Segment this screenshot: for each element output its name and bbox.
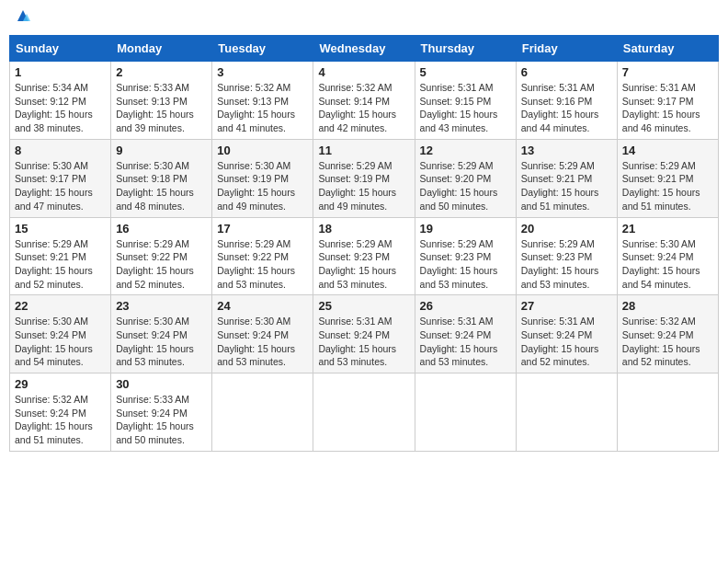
day-info: Sunrise: 5:29 AM Sunset: 9:21 PM Dayligh… [521, 159, 612, 213]
logo-icon [16, 8, 30, 23]
day-number: 29 [15, 377, 106, 391]
calendar-header-cell: Wednesday [313, 36, 415, 62]
day-number: 16 [116, 222, 207, 236]
day-info: Sunrise: 5:32 AM Sunset: 9:24 PM Dayligh… [622, 315, 713, 369]
header [9, 9, 719, 28]
day-info: Sunrise: 5:29 AM Sunset: 9:21 PM Dayligh… [622, 159, 713, 213]
calendar-day-cell: 9 Sunrise: 5:30 AM Sunset: 9:18 PM Dayli… [111, 139, 212, 217]
logo [13, 9, 30, 28]
day-info: Sunrise: 5:30 AM Sunset: 9:24 PM Dayligh… [116, 315, 207, 369]
day-info: Sunrise: 5:31 AM Sunset: 9:16 PM Dayligh… [521, 81, 612, 135]
day-info: Sunrise: 5:31 AM Sunset: 9:17 PM Dayligh… [622, 81, 713, 135]
day-info: Sunrise: 5:29 AM Sunset: 9:21 PM Dayligh… [15, 237, 106, 292]
calendar-day-cell: 8 Sunrise: 5:30 AM Sunset: 9:17 PM Dayli… [10, 139, 111, 217]
calendar-day-cell: 29 Sunrise: 5:32 AM Sunset: 9:24 PM Dayl… [10, 373, 111, 452]
calendar-day-cell [516, 373, 617, 452]
day-number: 28 [622, 299, 713, 313]
calendar-day-cell [617, 373, 718, 452]
calendar-day-cell: 10 Sunrise: 5:30 AM Sunset: 9:19 PM Dayl… [212, 139, 313, 217]
day-number: 12 [420, 144, 511, 157]
day-info: Sunrise: 5:30 AM Sunset: 9:17 PM Dayligh… [15, 159, 106, 213]
calendar-header-cell: Monday [111, 36, 212, 62]
calendar-day-cell: 6 Sunrise: 5:31 AM Sunset: 9:16 PM Dayli… [516, 62, 617, 140]
day-number: 3 [217, 65, 308, 79]
calendar-day-cell: 24 Sunrise: 5:30 AM Sunset: 9:24 PM Dayl… [212, 295, 313, 373]
day-info: Sunrise: 5:31 AM Sunset: 9:15 PM Dayligh… [420, 81, 511, 135]
day-info: Sunrise: 5:29 AM Sunset: 9:23 PM Dayligh… [420, 237, 511, 292]
day-number: 11 [318, 144, 409, 157]
calendar-day-cell: 3 Sunrise: 5:32 AM Sunset: 9:13 PM Dayli… [212, 62, 313, 140]
calendar-day-cell: 25 Sunrise: 5:31 AM Sunset: 9:24 PM Dayl… [313, 295, 415, 373]
calendar-day-cell: 14 Sunrise: 5:29 AM Sunset: 9:21 PM Dayl… [617, 139, 718, 217]
day-info: Sunrise: 5:29 AM Sunset: 9:19 PM Dayligh… [318, 159, 409, 213]
day-number: 6 [521, 65, 612, 79]
calendar-day-cell: 7 Sunrise: 5:31 AM Sunset: 9:17 PM Dayli… [617, 62, 718, 140]
calendar-day-cell: 26 Sunrise: 5:31 AM Sunset: 9:24 PM Dayl… [415, 295, 516, 373]
day-number: 20 [521, 222, 612, 236]
day-number: 14 [622, 144, 713, 157]
calendar-table: SundayMondayTuesdayWednesdayThursdayFrid… [9, 35, 719, 452]
calendar-body: 1 Sunrise: 5:34 AM Sunset: 9:12 PM Dayli… [10, 62, 719, 452]
calendar-header-cell: Thursday [415, 36, 516, 62]
day-info: Sunrise: 5:30 AM Sunset: 9:19 PM Dayligh… [217, 159, 308, 213]
calendar-day-cell: 16 Sunrise: 5:29 AM Sunset: 9:22 PM Dayl… [111, 217, 212, 295]
day-number: 19 [420, 222, 511, 236]
calendar-header-cell: Saturday [617, 36, 718, 62]
calendar-day-cell: 23 Sunrise: 5:30 AM Sunset: 9:24 PM Dayl… [111, 295, 212, 373]
day-info: Sunrise: 5:30 AM Sunset: 9:18 PM Dayligh… [116, 159, 207, 213]
day-info: Sunrise: 5:34 AM Sunset: 9:12 PM Dayligh… [15, 81, 106, 135]
day-number: 9 [116, 144, 207, 157]
calendar-day-cell: 30 Sunrise: 5:33 AM Sunset: 9:24 PM Dayl… [111, 373, 212, 452]
calendar-day-cell: 11 Sunrise: 5:29 AM Sunset: 9:19 PM Dayl… [313, 139, 415, 217]
day-number: 24 [217, 299, 308, 313]
day-info: Sunrise: 5:31 AM Sunset: 9:24 PM Dayligh… [318, 315, 409, 369]
calendar-week-row: 1 Sunrise: 5:34 AM Sunset: 9:12 PM Dayli… [10, 62, 719, 140]
calendar-week-row: 29 Sunrise: 5:32 AM Sunset: 9:24 PM Dayl… [10, 373, 719, 452]
calendar-day-cell: 15 Sunrise: 5:29 AM Sunset: 9:21 PM Dayl… [10, 217, 111, 295]
calendar-week-row: 22 Sunrise: 5:30 AM Sunset: 9:24 PM Dayl… [10, 295, 719, 373]
day-number: 17 [217, 222, 308, 236]
day-number: 25 [318, 299, 409, 313]
day-number: 30 [116, 377, 207, 391]
day-number: 18 [318, 222, 409, 236]
day-info: Sunrise: 5:33 AM Sunset: 9:24 PM Dayligh… [116, 393, 207, 447]
calendar-day-cell: 22 Sunrise: 5:30 AM Sunset: 9:24 PM Dayl… [10, 295, 111, 373]
day-info: Sunrise: 5:29 AM Sunset: 9:23 PM Dayligh… [521, 237, 612, 292]
calendar-day-cell: 5 Sunrise: 5:31 AM Sunset: 9:15 PM Dayli… [415, 62, 516, 140]
day-info: Sunrise: 5:29 AM Sunset: 9:22 PM Dayligh… [116, 237, 207, 292]
calendar-day-cell: 1 Sunrise: 5:34 AM Sunset: 9:12 PM Dayli… [10, 62, 111, 140]
calendar-day-cell: 4 Sunrise: 5:32 AM Sunset: 9:14 PM Dayli… [313, 62, 415, 140]
day-number: 27 [521, 299, 612, 313]
calendar-day-cell [415, 373, 516, 452]
day-number: 2 [116, 65, 207, 79]
day-info: Sunrise: 5:30 AM Sunset: 9:24 PM Dayligh… [15, 315, 106, 369]
calendar-day-cell: 17 Sunrise: 5:29 AM Sunset: 9:22 PM Dayl… [212, 217, 313, 295]
day-number: 7 [622, 65, 713, 79]
day-number: 26 [420, 299, 511, 313]
day-number: 15 [15, 222, 106, 236]
calendar-header-cell: Friday [516, 36, 617, 62]
day-number: 10 [217, 144, 308, 157]
day-number: 21 [622, 222, 713, 236]
calendar-day-cell: 18 Sunrise: 5:29 AM Sunset: 9:23 PM Dayl… [313, 217, 415, 295]
day-number: 4 [318, 65, 409, 79]
calendar-day-cell: 28 Sunrise: 5:32 AM Sunset: 9:24 PM Dayl… [617, 295, 718, 373]
day-info: Sunrise: 5:33 AM Sunset: 9:13 PM Dayligh… [116, 81, 207, 135]
day-number: 1 [15, 65, 106, 79]
calendar-day-cell: 21 Sunrise: 5:30 AM Sunset: 9:24 PM Dayl… [617, 217, 718, 295]
calendar-day-cell [212, 373, 313, 452]
day-info: Sunrise: 5:29 AM Sunset: 9:20 PM Dayligh… [420, 159, 511, 213]
day-info: Sunrise: 5:32 AM Sunset: 9:14 PM Dayligh… [318, 81, 409, 135]
calendar-header-cell: Tuesday [212, 36, 313, 62]
calendar-week-row: 8 Sunrise: 5:30 AM Sunset: 9:17 PM Dayli… [10, 139, 719, 217]
day-info: Sunrise: 5:29 AM Sunset: 9:22 PM Dayligh… [217, 237, 308, 292]
day-number: 8 [15, 144, 106, 157]
calendar-day-cell: 2 Sunrise: 5:33 AM Sunset: 9:13 PM Dayli… [111, 62, 212, 140]
day-number: 13 [521, 144, 612, 157]
day-info: Sunrise: 5:30 AM Sunset: 9:24 PM Dayligh… [217, 315, 308, 369]
day-info: Sunrise: 5:30 AM Sunset: 9:24 PM Dayligh… [622, 237, 713, 292]
calendar-header-cell: Sunday [10, 36, 111, 62]
day-info: Sunrise: 5:32 AM Sunset: 9:24 PM Dayligh… [15, 393, 106, 447]
day-number: 5 [420, 65, 511, 79]
calendar-week-row: 15 Sunrise: 5:29 AM Sunset: 9:21 PM Dayl… [10, 217, 719, 295]
